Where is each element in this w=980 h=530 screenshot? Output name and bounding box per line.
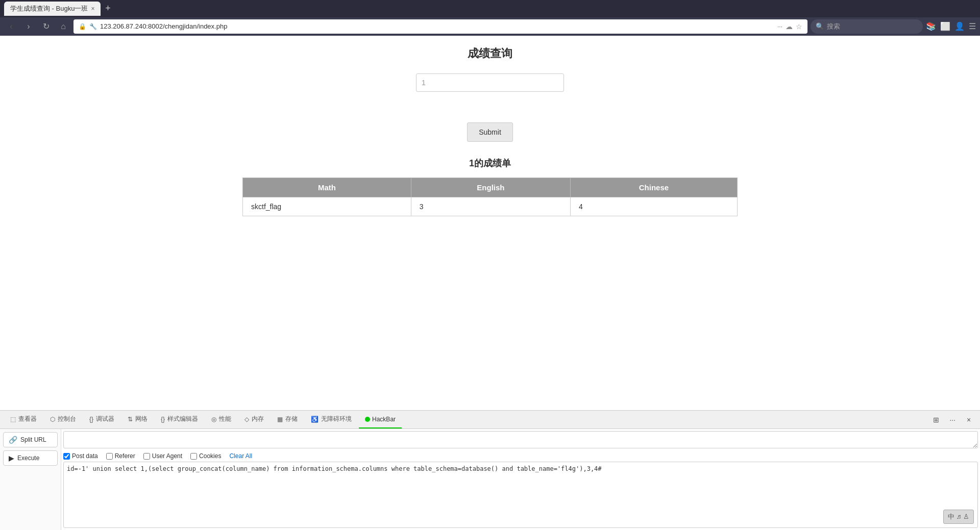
hackbar-left-sidebar: 🔗 Split URL ▶ Execute: [0, 429, 61, 530]
browser-nav-right: 📚 ⬜ 👤 ☰: [926, 21, 976, 31]
library-icon[interactable]: 📚: [926, 21, 936, 31]
debugger-icon: {}: [89, 416, 93, 423]
referer-option[interactable]: Referer: [106, 452, 135, 460]
devtools-tab-network[interactable]: ⇅ 网络: [121, 411, 154, 428]
table-row: skctf_flag 3 4: [243, 197, 738, 216]
hackbar-right-panel: Post data Referer User Agent Cookies Cle…: [61, 429, 980, 530]
execute-label: Execute: [17, 455, 39, 462]
bookmark-icon[interactable]: ☆: [796, 22, 802, 31]
tab-title: 学生成绩查询 - Bugku一班: [10, 4, 88, 13]
table-cell-english: 3: [411, 197, 570, 216]
home-button[interactable]: ⌂: [56, 19, 70, 34]
back-button[interactable]: ‹: [4, 19, 18, 34]
cookies-label: Cookies: [199, 452, 221, 460]
result-title: 1的成绩单: [469, 157, 511, 169]
hackbar-post-wrapper: id=-1' union select 1,(select group_conc…: [63, 462, 978, 528]
split-url-label: Split URL: [20, 436, 46, 443]
devtools-more-button[interactable]: ···: [945, 413, 960, 427]
style-label: 样式编辑器: [167, 415, 198, 423]
devtools-tab-perf[interactable]: ◎ 性能: [205, 411, 237, 428]
debugger-label: 调试器: [96, 415, 114, 423]
perf-icon: ◎: [211, 416, 216, 423]
hackbar-label: HackBar: [372, 416, 396, 423]
hackbar-panel: 🔗 Split URL ▶ Execute Post data Referer: [0, 429, 980, 530]
devtools-close-button[interactable]: ×: [962, 413, 976, 427]
user-agent-checkbox[interactable]: [143, 453, 150, 460]
clear-all-button[interactable]: Clear All: [229, 452, 252, 460]
devtools-tab-accessibility[interactable]: ♿ 无障碍环境: [305, 411, 358, 428]
new-tab-button[interactable]: +: [101, 2, 115, 16]
execute-button[interactable]: ▶ Execute: [3, 450, 58, 466]
cookies-option[interactable]: Cookies: [190, 452, 221, 460]
page-title: 成绩查询: [468, 46, 512, 61]
post-data-option[interactable]: Post data: [63, 452, 98, 460]
split-url-icon: 🔗: [9, 436, 17, 444]
forward-button[interactable]: ›: [21, 19, 36, 34]
accessibility-icon: ♿: [311, 416, 318, 423]
reload-button[interactable]: ↻: [39, 19, 53, 34]
url-bar[interactable]: 🔒 🔧 123.206.87.240:8002/chengjidan/index…: [74, 19, 807, 34]
cookies-checkbox[interactable]: [190, 453, 197, 460]
inspector-label: 查看器: [18, 415, 37, 423]
console-label: 控制台: [58, 415, 76, 423]
menu-icon[interactable]: ☰: [969, 21, 976, 31]
account-icon[interactable]: 👤: [954, 21, 965, 31]
devtools-tab-memory[interactable]: ◇ 内存: [238, 411, 270, 428]
memory-label: 内存: [252, 415, 264, 423]
table-header-chinese: Chinese: [570, 178, 737, 197]
devtools-tab-storage[interactable]: ▦ 存储: [271, 411, 304, 428]
inspector-icon: ⬚: [10, 416, 16, 423]
grade-table: Math English Chinese skctf_flag 3 4: [242, 178, 738, 216]
devtools-tab-hackbar[interactable]: HackBar: [359, 411, 402, 428]
referer-checkbox[interactable]: [106, 453, 113, 460]
table-header-english: English: [411, 178, 570, 197]
post-data-label: Post data: [72, 452, 98, 460]
grade-search-input[interactable]: [416, 73, 564, 92]
hackbar-indicator: [365, 417, 370, 422]
hackbar-options-bar: Post data Referer User Agent Cookies Cle…: [63, 450, 978, 462]
tab-bar: 学生成绩查询 - Bugku一班 × +: [0, 0, 980, 17]
split-url-button[interactable]: 🔗 Split URL: [3, 432, 58, 447]
memory-icon: ◇: [244, 416, 249, 423]
page-content: 成绩查询 Submit 1的成绩单 Math English Chinese s…: [0, 36, 980, 410]
browser-tab-active[interactable]: 学生成绩查询 - Bugku一班 ×: [4, 2, 101, 16]
devtools-tab-debugger[interactable]: {} 调试器: [83, 411, 120, 428]
style-icon: {}: [161, 416, 165, 423]
hackbar-post-input[interactable]: id=-1' union select 1,(select group_conc…: [63, 462, 978, 528]
devtools-tab-console[interactable]: ⬡ 控制台: [44, 411, 82, 428]
tabs-icon[interactable]: ⬜: [940, 21, 950, 31]
hackbar-url-input[interactable]: [63, 431, 978, 448]
perf-label: 性能: [219, 415, 231, 423]
post-data-checkbox[interactable]: [63, 453, 70, 460]
search-placeholder: 搜索: [827, 22, 840, 31]
watermark: 中 ♬ ♙: [943, 510, 974, 524]
url-more-button[interactable]: ···: [777, 23, 782, 30]
storage-icon: ▦: [277, 416, 283, 423]
user-agent-option[interactable]: User Agent: [143, 452, 182, 460]
search-icon: 🔍: [816, 22, 824, 30]
tab-close-button[interactable]: ×: [91, 5, 94, 12]
search-box[interactable]: 🔍 搜索: [811, 19, 923, 34]
user-agent-label: User Agent: [152, 452, 182, 460]
console-icon: ⬡: [50, 416, 55, 423]
devtools-dock-button[interactable]: ⊞: [929, 413, 943, 427]
submit-button[interactable]: Submit: [467, 122, 513, 142]
table-header-math: Math: [243, 178, 411, 197]
accessibility-label: 无障碍环境: [321, 415, 352, 423]
url-text: 123.206.87.240:8002/chengjidan/index.php: [100, 22, 774, 30]
security-icon: 🔒: [79, 23, 86, 30]
devtools-tab-bar: ⬚ 查看器 ⬡ 控制台 {} 调试器 ⇅ 网络 {} 样式编辑器 ◎ 性能 ◇ …: [0, 411, 980, 429]
referer-label: Referer: [115, 452, 135, 460]
devtools-tab-style[interactable]: {} 样式编辑器: [155, 411, 204, 428]
storage-label: 存储: [285, 415, 298, 423]
table-cell-math: skctf_flag: [243, 197, 411, 216]
network-icon: ⇅: [128, 416, 133, 423]
execute-icon: ▶: [9, 454, 14, 462]
pocket-icon[interactable]: ☁: [786, 22, 793, 31]
network-label: 网络: [135, 415, 148, 423]
browser-chrome: 学生成绩查询 - Bugku一班 × + ‹ › ↻ ⌂ 🔒 🔧 123.206…: [0, 0, 980, 36]
table-cell-chinese: 4: [570, 197, 737, 216]
devtools-tab-inspector[interactable]: ⬚ 查看器: [4, 411, 43, 428]
navigation-bar: ‹ › ↻ ⌂ 🔒 🔧 123.206.87.240:8002/chengjid…: [0, 17, 980, 36]
url-scheme-icon: 🔧: [89, 23, 97, 30]
